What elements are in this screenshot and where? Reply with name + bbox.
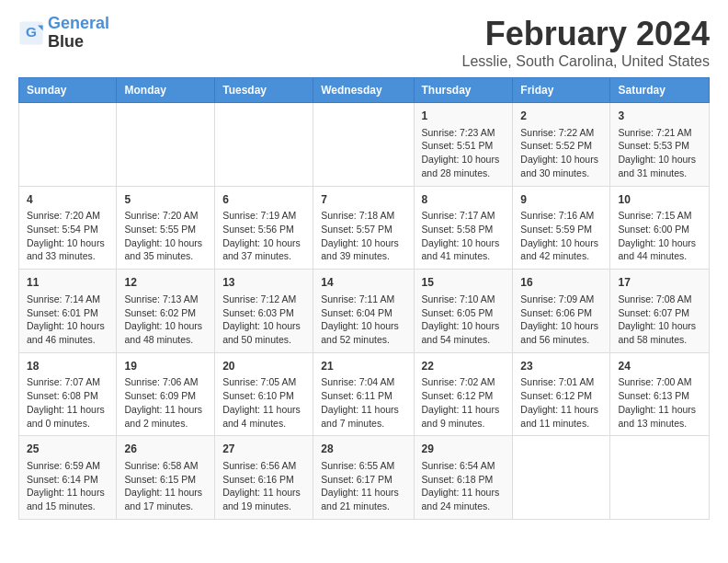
calendar-cell: 14Sunrise: 7:11 AM Sunset: 6:04 PM Dayli…	[313, 270, 414, 353]
day-info: Sunrise: 7:20 AM Sunset: 5:55 PM Dayligh…	[124, 209, 207, 263]
calendar-header-sunday: Sunday	[19, 78, 117, 103]
day-number: 13	[222, 275, 305, 291]
logo-text: GeneralBlue	[48, 15, 109, 52]
logo-icon: G	[18, 20, 44, 46]
calendar-cell: 21Sunrise: 7:04 AM Sunset: 6:11 PM Dayli…	[313, 352, 414, 436]
day-info: Sunrise: 7:15 AM Sunset: 6:00 PM Dayligh…	[618, 209, 701, 263]
day-info: Sunrise: 7:16 AM Sunset: 5:59 PM Dayligh…	[520, 209, 602, 263]
calendar-cell: 17Sunrise: 7:08 AM Sunset: 6:07 PM Dayli…	[610, 270, 710, 353]
day-info: Sunrise: 6:58 AM Sunset: 6:15 PM Dayligh…	[124, 459, 207, 513]
calendar-header-row: SundayMondayTuesdayWednesdayThursdayFrid…	[19, 78, 710, 103]
calendar-cell: 2Sunrise: 7:22 AM Sunset: 5:52 PM Daylig…	[513, 103, 610, 187]
calendar-header-wednesday: Wednesday	[313, 78, 414, 103]
day-number: 20	[222, 359, 305, 374]
calendar-header-thursday: Thursday	[414, 78, 513, 103]
day-number: 21	[321, 359, 405, 374]
calendar-cell	[610, 436, 710, 520]
day-number: 8	[422, 192, 506, 208]
day-info: Sunrise: 6:56 AM Sunset: 6:16 PM Dayligh…	[222, 459, 305, 513]
day-number: 28	[321, 442, 405, 457]
day-number: 12	[124, 275, 207, 291]
calendar-cell	[313, 103, 414, 187]
calendar-cell: 15Sunrise: 7:10 AM Sunset: 6:05 PM Dayli…	[414, 270, 513, 353]
calendar-cell: 7Sunrise: 7:18 AM Sunset: 5:57 PM Daylig…	[313, 186, 414, 270]
day-info: Sunrise: 7:11 AM Sunset: 6:04 PM Dayligh…	[321, 293, 405, 347]
day-info: Sunrise: 7:06 AM Sunset: 6:09 PM Dayligh…	[124, 375, 207, 430]
day-number: 2	[520, 109, 602, 124]
calendar-cell: 28Sunrise: 6:55 AM Sunset: 6:17 PM Dayli…	[313, 436, 414, 520]
main-title: February 2024	[462, 15, 710, 53]
day-info: Sunrise: 7:17 AM Sunset: 5:58 PM Dayligh…	[422, 209, 506, 263]
day-number: 3	[618, 109, 701, 124]
day-number: 9	[520, 192, 602, 208]
day-number: 4	[27, 192, 108, 208]
day-info: Sunrise: 7:22 AM Sunset: 5:52 PM Dayligh…	[520, 126, 602, 180]
page-header: G GeneralBlue February 2024 Lesslie, Sou…	[18, 15, 710, 70]
day-number: 24	[618, 359, 701, 374]
calendar-week-row: 4Sunrise: 7:20 AM Sunset: 5:54 PM Daylig…	[19, 186, 710, 270]
calendar-week-row: 11Sunrise: 7:14 AM Sunset: 6:01 PM Dayli…	[19, 270, 710, 353]
day-info: Sunrise: 7:20 AM Sunset: 5:54 PM Dayligh…	[27, 209, 108, 263]
logo: G GeneralBlue	[18, 15, 109, 52]
calendar-week-row: 25Sunrise: 6:59 AM Sunset: 6:14 PM Dayli…	[19, 436, 710, 520]
subtitle: Lesslie, South Carolina, United States	[462, 53, 710, 70]
day-info: Sunrise: 6:55 AM Sunset: 6:17 PM Dayligh…	[321, 459, 405, 513]
day-number: 7	[321, 192, 405, 208]
day-info: Sunrise: 7:00 AM Sunset: 6:13 PM Dayligh…	[618, 375, 701, 430]
calendar-cell: 5Sunrise: 7:20 AM Sunset: 5:55 PM Daylig…	[117, 186, 215, 270]
day-info: Sunrise: 7:19 AM Sunset: 5:56 PM Dayligh…	[222, 209, 305, 263]
day-number: 22	[422, 359, 506, 374]
day-info: Sunrise: 7:08 AM Sunset: 6:07 PM Dayligh…	[618, 293, 701, 347]
day-number: 17	[618, 275, 701, 291]
calendar-cell: 11Sunrise: 7:14 AM Sunset: 6:01 PM Dayli…	[19, 270, 117, 353]
day-info: Sunrise: 7:18 AM Sunset: 5:57 PM Dayligh…	[321, 209, 405, 263]
calendar-cell: 25Sunrise: 6:59 AM Sunset: 6:14 PM Dayli…	[19, 436, 117, 520]
day-info: Sunrise: 6:54 AM Sunset: 6:18 PM Dayligh…	[422, 459, 506, 513]
calendar-cell: 10Sunrise: 7:15 AM Sunset: 6:00 PM Dayli…	[610, 186, 710, 270]
day-number: 18	[27, 359, 108, 374]
day-number: 25	[27, 442, 108, 457]
calendar-cell: 16Sunrise: 7:09 AM Sunset: 6:06 PM Dayli…	[513, 270, 610, 353]
calendar-cell: 23Sunrise: 7:01 AM Sunset: 6:12 PM Dayli…	[513, 352, 610, 436]
svg-text:G: G	[26, 24, 37, 40]
calendar-cell: 27Sunrise: 6:56 AM Sunset: 6:16 PM Dayli…	[215, 436, 313, 520]
day-info: Sunrise: 7:05 AM Sunset: 6:10 PM Dayligh…	[222, 375, 305, 430]
day-number: 14	[321, 275, 405, 291]
day-info: Sunrise: 7:10 AM Sunset: 6:05 PM Dayligh…	[422, 293, 506, 347]
calendar-table: SundayMondayTuesdayWednesdayThursdayFrid…	[18, 77, 710, 520]
calendar-cell: 22Sunrise: 7:02 AM Sunset: 6:12 PM Dayli…	[414, 352, 513, 436]
calendar-header-friday: Friday	[513, 78, 610, 103]
day-number: 26	[124, 442, 207, 457]
calendar-cell	[19, 103, 117, 187]
day-info: Sunrise: 7:09 AM Sunset: 6:06 PM Dayligh…	[520, 293, 602, 347]
calendar-cell: 29Sunrise: 6:54 AM Sunset: 6:18 PM Dayli…	[414, 436, 513, 520]
title-area: February 2024 Lesslie, South Carolina, U…	[462, 15, 710, 70]
day-info: Sunrise: 6:59 AM Sunset: 6:14 PM Dayligh…	[27, 459, 108, 513]
calendar-cell: 26Sunrise: 6:58 AM Sunset: 6:15 PM Dayli…	[117, 436, 215, 520]
calendar-cell: 20Sunrise: 7:05 AM Sunset: 6:10 PM Dayli…	[215, 352, 313, 436]
day-number: 19	[124, 359, 207, 374]
day-number: 6	[222, 192, 305, 208]
day-number: 27	[222, 442, 305, 457]
day-number: 23	[520, 359, 602, 374]
day-info: Sunrise: 7:21 AM Sunset: 5:53 PM Dayligh…	[618, 126, 701, 180]
calendar-cell	[117, 103, 215, 187]
day-number: 15	[422, 275, 506, 291]
calendar-cell: 4Sunrise: 7:20 AM Sunset: 5:54 PM Daylig…	[19, 186, 117, 270]
calendar-cell: 18Sunrise: 7:07 AM Sunset: 6:08 PM Dayli…	[19, 352, 117, 436]
calendar-header-monday: Monday	[117, 78, 215, 103]
calendar-cell: 3Sunrise: 7:21 AM Sunset: 5:53 PM Daylig…	[610, 103, 710, 187]
calendar-cell	[513, 436, 610, 520]
calendar-header-tuesday: Tuesday	[215, 78, 313, 103]
calendar-week-row: 18Sunrise: 7:07 AM Sunset: 6:08 PM Dayli…	[19, 352, 710, 436]
calendar-week-row: 1Sunrise: 7:23 AM Sunset: 5:51 PM Daylig…	[19, 103, 710, 187]
day-info: Sunrise: 7:13 AM Sunset: 6:02 PM Dayligh…	[124, 293, 207, 347]
calendar-cell: 9Sunrise: 7:16 AM Sunset: 5:59 PM Daylig…	[513, 186, 610, 270]
day-info: Sunrise: 7:01 AM Sunset: 6:12 PM Dayligh…	[520, 375, 602, 430]
calendar-cell: 13Sunrise: 7:12 AM Sunset: 6:03 PM Dayli…	[215, 270, 313, 353]
day-info: Sunrise: 7:07 AM Sunset: 6:08 PM Dayligh…	[27, 375, 108, 430]
calendar-cell: 24Sunrise: 7:00 AM Sunset: 6:13 PM Dayli…	[610, 352, 710, 436]
day-info: Sunrise: 7:14 AM Sunset: 6:01 PM Dayligh…	[27, 293, 108, 347]
day-info: Sunrise: 7:12 AM Sunset: 6:03 PM Dayligh…	[222, 293, 305, 347]
calendar-cell: 6Sunrise: 7:19 AM Sunset: 5:56 PM Daylig…	[215, 186, 313, 270]
